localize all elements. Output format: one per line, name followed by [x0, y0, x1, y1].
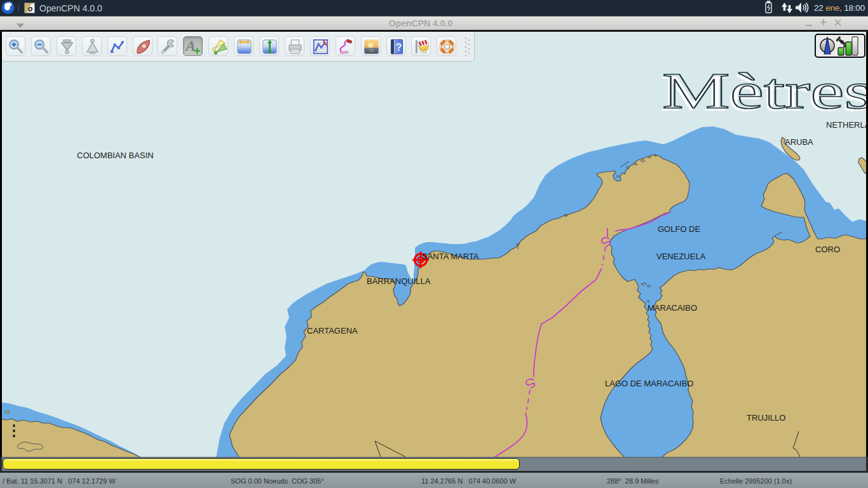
svg-text:22 ene, 18:00: 22 ene, 18:00	[814, 3, 865, 13]
svg-text:o: o	[28, 4, 32, 13]
svg-text:Mètres: Mètres	[662, 63, 866, 119]
svg-text:OpenCPN 4.0.0: OpenCPN 4.0.0	[39, 3, 102, 13]
svg-text:+: +	[194, 44, 201, 55]
svg-text:?: ?	[395, 42, 402, 53]
